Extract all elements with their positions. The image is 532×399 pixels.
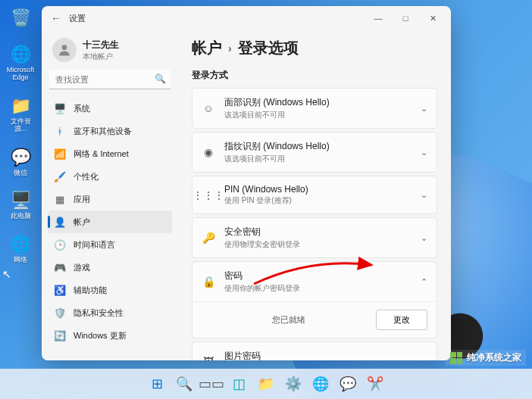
option-row-password[interactable]: 🔒 密码使用你的帐户密码登录 ⌃ <box>192 262 437 301</box>
svg-point-0 <box>62 45 67 50</box>
sidebar-item-label: 时间和语言 <box>74 239 115 251</box>
watermark: 纯净系统之家 <box>446 350 526 366</box>
titlebar: ← 设置 — □ ✕ <box>42 6 451 30</box>
option-row-key[interactable]: 🔑 安全密钥使用物理安全密钥登录 ⌄ <box>192 218 437 257</box>
face-icon: ☺ <box>202 102 215 114</box>
settings-icon: ⚙️ <box>285 376 302 392</box>
personalization-icon: 🖌️ <box>54 170 66 182</box>
search-icon: 🔍 <box>155 73 166 84</box>
desktop-icon-network[interactable]: 🌐网络 <box>5 234 36 264</box>
taskbar-taskview[interactable]: ▭▭ <box>199 372 224 396</box>
search-input[interactable] <box>49 70 171 89</box>
sidebar-item-system[interactable]: 🖥️系统 <box>48 97 172 120</box>
sidebar-item-label: Windows 更新 <box>74 330 127 341</box>
option-row-face[interactable]: ☺ 面部识别 (Windows Hello)该选项目前不可用 ⌄ <box>192 89 437 128</box>
option-card-pin: ⋮⋮⋮ PIN (Windows Hello)使用 PIN 登录(推荐) ⌄ <box>192 176 437 214</box>
privacy-icon: 🛡️ <box>54 307 66 319</box>
bluetooth-icon: ᚼ <box>54 125 66 137</box>
sidebar-item-time[interactable]: 🕒时间和语言 <box>48 233 172 256</box>
option-card-key: 🔑 安全密钥使用物理安全密钥登录 ⌄ <box>192 217 437 258</box>
wechat-tb-icon: 💬 <box>340 376 356 392</box>
sidebar: 十三先生 本地帐户 🔍 🖥️系统ᚼ蓝牙和其他设备📶网络 & Internet🖌️… <box>42 30 178 360</box>
sidebar-item-label: 应用 <box>74 194 90 205</box>
settings-window: ← 设置 — □ ✕ 十三先生 本地帐户 🔍 🖥️系统ᚼ蓝牙和其他设备📶网络 &… <box>42 6 451 360</box>
key-icon: 🔑 <box>202 232 215 244</box>
desktop-icon-label: Microsoft Edge <box>5 67 36 82</box>
accessibility-icon: ♿ <box>54 284 66 296</box>
widgets-icon: ◫ <box>233 376 246 392</box>
option-title: PIN (Windows Hello) <box>224 184 412 195</box>
edge-tb-icon: 🌐 <box>312 376 329 392</box>
sidebar-item-gaming[interactable]: 🎮游戏 <box>48 256 172 279</box>
taskbar-snip[interactable]: ✂️ <box>363 372 387 396</box>
chevron-down-icon: ⌄ <box>421 190 427 200</box>
accounts-icon: 👤 <box>54 216 66 228</box>
option-title: 密码 <box>224 270 412 282</box>
user-block[interactable]: 十三先生 本地帐户 <box>48 35 172 70</box>
password-icon: 🔒 <box>202 276 215 288</box>
close-button[interactable]: ✕ <box>419 8 446 29</box>
search-box[interactable]: 🔍 <box>49 70 171 89</box>
chevron-down-icon: ⌄ <box>421 233 427 243</box>
sidebar-item-apps[interactable]: ▦应用 <box>48 188 172 210</box>
option-sub: 使用物理安全密钥登录 <box>224 239 412 250</box>
crumb-child: 登录选项 <box>238 38 299 58</box>
desktop-icon-label: 网络 <box>14 257 27 264</box>
taskbar-start[interactable]: ⊞ <box>145 372 169 396</box>
desktop-icon-this-pc[interactable]: 🖥️此电脑 <box>5 190 36 220</box>
desktop-icon-file-explorer[interactable]: 📁文件资源... <box>5 95 36 133</box>
sidebar-item-accessibility[interactable]: ♿辅助功能 <box>48 279 172 301</box>
desktop-icon-label: 文件资源... <box>5 118 36 133</box>
change-button[interactable]: 更改 <box>376 310 427 330</box>
pin-icon: ⋮⋮⋮ <box>202 189 215 201</box>
taskbar-widgets[interactable]: ◫ <box>227 372 251 396</box>
network-icon: 📶 <box>54 148 66 160</box>
option-row-picture[interactable]: 🖼 图片密码轻扫并点击你最喜欢的照片以解锁设备 ⌄ <box>192 342 437 360</box>
chevron-down-icon: ⌄ <box>421 357 427 361</box>
taskbar-search[interactable]: 🔍 <box>172 372 196 396</box>
option-card-face: ☺ 面部识别 (Windows Hello)该选项目前不可用 ⌄ <box>192 88 437 129</box>
sidebar-item-network[interactable]: 📶网络 & Internet <box>48 142 172 165</box>
this-pc-icon: 🖥️ <box>10 190 31 211</box>
desktop-icon-edge[interactable]: 🌐Microsoft Edge <box>5 44 36 82</box>
option-title: 安全密钥 <box>224 226 412 238</box>
user-type: 本地帐户 <box>83 51 119 62</box>
chevron-up-icon: ⌃ <box>421 277 427 287</box>
network-icon: 🌐 <box>10 234 31 255</box>
option-expanded: 您已就绪 更改 <box>192 301 437 338</box>
taskbar-settings[interactable]: ⚙️ <box>281 372 305 396</box>
sidebar-item-bluetooth[interactable]: ᚼ蓝牙和其他设备 <box>48 120 172 142</box>
desktop-icon-label: 微信 <box>14 170 27 177</box>
desktop-icon-label: 此电脑 <box>11 213 31 220</box>
option-row-fingerprint[interactable]: ◉ 指纹识别 (Windows Hello)该选项目前不可用 ⌄ <box>192 132 437 172</box>
maximize-button[interactable]: □ <box>392 8 419 29</box>
taskbar-wechat-tb[interactable]: 💬 <box>336 372 360 396</box>
chevron-down-icon: ⌄ <box>421 104 427 114</box>
back-button[interactable]: ← <box>51 12 69 24</box>
minimize-button[interactable]: — <box>365 8 392 29</box>
crumb-parent[interactable]: 帐户 <box>192 38 222 58</box>
update-icon: 🔄 <box>54 329 66 341</box>
option-card-picture: 🖼 图片密码轻扫并点击你最喜欢的照片以解锁设备 ⌄ <box>192 341 437 360</box>
option-card-fingerprint: ◉ 指纹识别 (Windows Hello)该选项目前不可用 ⌄ <box>192 132 437 173</box>
gaming-icon: 🎮 <box>54 261 66 273</box>
breadcrumb: 帐户 › 登录选项 <box>192 38 437 58</box>
sidebar-item-update[interactable]: 🔄Windows 更新 <box>48 324 172 347</box>
sidebar-item-accounts[interactable]: 👤帐户 <box>48 210 172 233</box>
time-icon: 🕒 <box>54 238 66 251</box>
file-explorer-icon: 📁 <box>10 95 31 117</box>
sidebar-item-privacy[interactable]: 🛡️隐私和安全性 <box>48 301 172 324</box>
option-row-pin[interactable]: ⋮⋮⋮ PIN (Windows Hello)使用 PIN 登录(推荐) ⌄ <box>192 176 437 214</box>
option-title: 图片密码 <box>224 350 412 360</box>
sidebar-item-personalization[interactable]: 🖌️个性化 <box>48 165 172 188</box>
sidebar-item-label: 系统 <box>74 103 90 114</box>
sidebar-item-label: 隐私和安全性 <box>74 307 124 319</box>
taskbar-explorer[interactable]: 📁 <box>254 372 278 396</box>
cursor-icon: ↖ <box>2 268 11 280</box>
avatar-icon <box>52 38 77 62</box>
sidebar-item-label: 辅助功能 <box>74 285 107 296</box>
taskbar-edge-tb[interactable]: 🌐 <box>308 372 333 396</box>
apps-icon: ▦ <box>54 193 66 205</box>
desktop-icon-wechat[interactable]: 💬微信 <box>5 147 36 177</box>
desktop-icon-recycle-bin[interactable]: 🗑️ <box>5 8 36 30</box>
